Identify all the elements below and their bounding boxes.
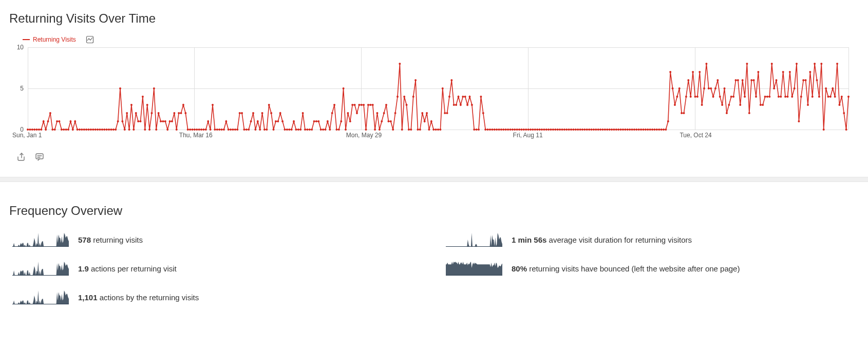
svg-point-13 [33, 129, 35, 131]
svg-point-111 [254, 129, 256, 131]
svg-point-18 [45, 129, 47, 131]
sparkline[interactable] [446, 261, 502, 276]
annotate-button[interactable] [34, 151, 45, 162]
svg-point-336 [762, 104, 764, 106]
svg-point-277 [629, 129, 631, 131]
svg-point-177 [403, 96, 405, 98]
sparkline[interactable] [12, 290, 69, 304]
frequency-overview-widget: Frequency Overview 578 returning visits … [0, 192, 868, 314]
svg-point-171 [390, 120, 392, 122]
svg-point-102 [234, 129, 236, 131]
svg-point-195 [444, 112, 446, 114]
svg-point-337 [764, 96, 766, 98]
svg-point-350 [794, 87, 796, 89]
svg-point-314 [712, 96, 714, 98]
svg-point-282 [640, 129, 642, 131]
svg-point-304 [690, 96, 692, 98]
svg-point-269 [611, 129, 613, 131]
svg-point-27 [65, 129, 67, 131]
sparkline[interactable] [12, 261, 69, 276]
svg-point-338 [766, 96, 768, 98]
sparkline[interactable] [446, 232, 502, 247]
svg-point-52 [121, 120, 123, 122]
svg-point-219 [498, 129, 500, 131]
svg-point-11 [29, 129, 31, 131]
svg-point-344 [780, 96, 782, 98]
metric-text: 1.9 actions per returning visit [78, 264, 177, 273]
svg-point-238 [541, 129, 543, 131]
svg-point-259 [588, 129, 590, 131]
svg-point-166 [379, 129, 381, 131]
svg-point-247 [561, 129, 563, 131]
svg-point-167 [381, 120, 383, 122]
svg-point-87 [200, 129, 202, 131]
svg-point-115 [263, 129, 266, 131]
svg-point-231 [525, 129, 527, 131]
svg-point-232 [527, 129, 530, 131]
svg-point-260 [591, 129, 593, 131]
svg-point-275 [624, 129, 626, 131]
svg-point-174 [397, 96, 399, 98]
svg-point-178 [406, 104, 408, 106]
svg-point-349 [791, 96, 793, 98]
svg-point-153 [349, 120, 351, 122]
sparkline[interactable] [12, 232, 69, 247]
svg-point-199 [453, 104, 455, 106]
svg-point-204 [464, 96, 466, 98]
svg-point-182 [414, 79, 417, 81]
svg-point-138 [315, 120, 317, 122]
svg-point-92 [212, 104, 214, 106]
svg-point-94 [216, 129, 218, 131]
svg-point-56 [130, 104, 133, 106]
svg-point-172 [392, 129, 394, 131]
svg-point-181 [412, 96, 414, 98]
main-chart[interactable]: 0510 Sun, Jan 1Thu, Mar 16Mon, May 29Fri… [9, 44, 859, 142]
svg-point-161 [367, 104, 369, 106]
svg-point-279 [633, 129, 635, 131]
svg-point-33 [79, 129, 81, 131]
svg-point-197 [448, 96, 450, 98]
svg-point-16 [40, 129, 42, 131]
svg-point-211 [480, 96, 482, 98]
svg-point-76 [176, 129, 178, 131]
legend-swatch [23, 39, 30, 40]
overview-grid: 578 returning visits 1.9 actions per ret… [9, 227, 859, 304]
svg-point-341 [773, 87, 775, 89]
svg-point-157 [358, 104, 360, 106]
svg-point-325 [737, 79, 739, 81]
svg-point-116 [266, 129, 268, 131]
svg-point-85 [196, 129, 198, 131]
svg-point-250 [568, 129, 570, 131]
svg-point-147 [335, 129, 337, 131]
svg-point-36 [85, 129, 87, 131]
svg-point-246 [559, 129, 561, 131]
svg-point-140 [320, 129, 322, 131]
svg-point-103 [236, 129, 238, 131]
svg-point-234 [532, 129, 534, 131]
svg-point-308 [699, 71, 701, 73]
svg-point-273 [620, 129, 622, 131]
svg-point-28 [67, 129, 69, 131]
svg-point-54 [126, 112, 128, 114]
svg-point-79 [182, 104, 184, 106]
svg-point-150 [343, 87, 345, 89]
svg-point-101 [232, 129, 234, 131]
svg-point-104 [239, 112, 241, 114]
svg-point-200 [455, 104, 457, 106]
svg-point-23 [56, 120, 58, 122]
svg-point-39 [92, 129, 94, 131]
svg-point-49 [115, 129, 117, 131]
svg-point-322 [730, 96, 732, 98]
svg-point-118 [270, 112, 272, 114]
svg-point-278 [631, 129, 633, 131]
metric-picker-button[interactable] [85, 35, 95, 44]
legend-item-returning-visits[interactable]: Returning Visits [23, 36, 76, 43]
svg-point-191 [435, 129, 437, 131]
export-button[interactable] [15, 151, 27, 162]
svg-point-217 [494, 129, 496, 131]
svg-point-131 [299, 129, 301, 131]
svg-point-206 [468, 96, 470, 98]
svg-point-184 [419, 129, 421, 131]
svg-point-281 [638, 129, 640, 131]
svg-point-175 [399, 63, 401, 65]
